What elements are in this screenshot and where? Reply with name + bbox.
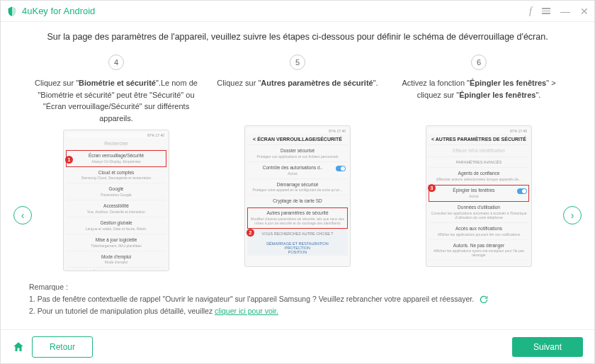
- step-number: 6: [471, 55, 487, 70]
- phone-screenshot-2: < ÉCRAN VERROUILLAGE/SÉCURITÉ Dossier sé…: [244, 125, 351, 267]
- app-logo: 4uKey for Android: [6, 6, 95, 17]
- step-text: Activez la fonction "Épingler les fenêtr…: [392, 77, 566, 120]
- step-6: 6 Activez la fonction "Épingler les fenê…: [392, 55, 566, 271]
- home-icon[interactable]: [12, 341, 25, 353]
- tutorial-link[interactable]: cliquer ici pour voir.: [215, 307, 278, 315]
- menu-icon[interactable]: [542, 8, 550, 14]
- next-arrow[interactable]: ›: [563, 206, 582, 224]
- step-4: 4 Cliquez sur "Biométrie et sécurité".Le…: [29, 55, 203, 271]
- page-instruction: Sur la page des paramètres de l'appareil…: [29, 32, 566, 42]
- step-text: Cliquez sur "Biométrie et sécurité".Le n…: [29, 77, 203, 124]
- logo-icon: [6, 6, 18, 17]
- prev-arrow[interactable]: ‹: [13, 206, 32, 224]
- next-button[interactable]: Suivant: [512, 337, 583, 357]
- facebook-icon[interactable]: f: [529, 6, 532, 17]
- step-number: 5: [290, 55, 305, 70]
- remark-line-2: 2. Pour un tutoriel de manipulation plus…: [29, 305, 566, 317]
- footer: Retour Suivant: [1, 329, 594, 363]
- remarks-title: Remarque :: [29, 281, 566, 293]
- step-5: 5 Cliquez sur "Autres paramètres de sécu…: [210, 55, 385, 271]
- phone-screenshot-1: Rechercher Écran verrouillage/SécuritéAl…: [63, 130, 169, 271]
- step-number: 4: [108, 55, 124, 70]
- remarks: Remarque : 1. Pas de fenêtre contextuell…: [29, 281, 566, 317]
- phone-screenshot-3: < AUTRES PARAMÈTRES DE SÉCURITÉ Effacer …: [426, 125, 532, 267]
- steps-container: 4 Cliquez sur "Biométrie et sécurité".Le…: [29, 55, 566, 271]
- titlebar: 4uKey for Android f — ✕: [1, 1, 594, 22]
- remark-line-1: 1. Pas de fenêtre contextuelle de rappel…: [29, 293, 566, 305]
- close-icon[interactable]: ✕: [580, 6, 589, 17]
- back-button[interactable]: Retour: [32, 336, 93, 358]
- step-text: Cliquez sur "Autres paramètres de sécuri…: [210, 77, 385, 120]
- app-name: 4uKey for Android: [22, 6, 95, 16]
- refresh-icon[interactable]: [479, 295, 489, 305]
- minimize-icon[interactable]: —: [560, 6, 570, 17]
